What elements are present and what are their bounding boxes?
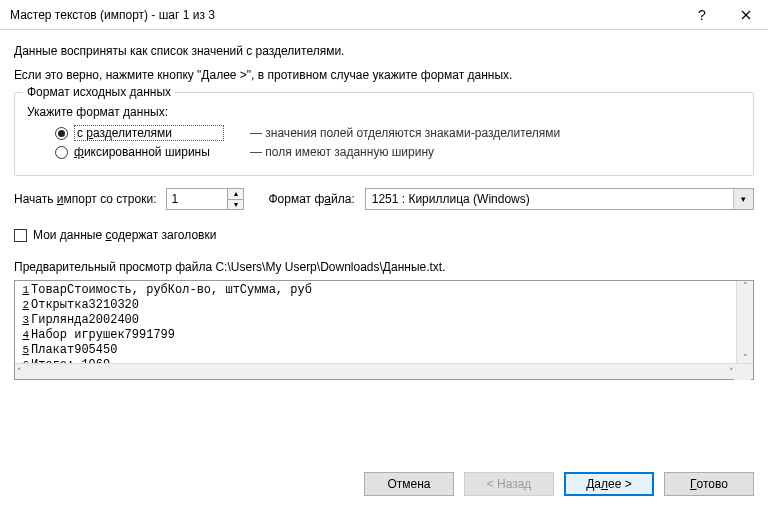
headers-checkbox[interactable] (14, 229, 27, 242)
preview-line-number: 4 (15, 328, 31, 343)
vertical-scrollbar[interactable]: ˄ ˅ (736, 281, 753, 363)
import-options-row: Начать импорт со строки: ▲ ▼ Формат файл… (14, 188, 754, 210)
radio-delimited[interactable] (55, 127, 68, 140)
headers-checkbox-label: Мои данные содержат заголовки (33, 228, 216, 242)
help-button[interactable]: ? (680, 0, 724, 30)
preview-line-text: Набор игрушек7991799 (31, 328, 175, 343)
preview-line-number: 3 (15, 313, 31, 328)
format-subtitle: Укажите формат данных: (27, 105, 741, 119)
radio-fixed-label: фиксированной ширины (74, 145, 224, 159)
preview-line-number: 2 (15, 298, 31, 313)
scrollbar-corner (734, 364, 751, 380)
preview-row: 3Гирлянда2002400 (15, 313, 753, 328)
preview-line-text: Открытка3210320 (31, 298, 139, 313)
close-button[interactable] (724, 0, 768, 30)
preview-row: 5Плакат905450 (15, 343, 753, 358)
radio-delimited-row[interactable]: с разделителями — значения полей отделяю… (55, 125, 741, 141)
next-button[interactable]: Далее > (564, 472, 654, 496)
dialog-content: Данные восприняты как список значений с … (0, 30, 768, 380)
preview-row: 1ТоварСтоимость, рубКол-во, штСумма, руб (15, 283, 753, 298)
file-format-value: 1251 : Кириллица (Windows) (366, 192, 733, 206)
spinner-down[interactable]: ▼ (228, 200, 243, 210)
scroll-left-icon[interactable]: ˂ (17, 367, 22, 377)
preview-line-number: 5 (15, 343, 31, 358)
preview-row: 4Набор игрушек7991799 (15, 328, 753, 343)
preview-line-number: 1 (15, 283, 31, 298)
start-row-spinner[interactable]: ▲ ▼ (166, 188, 244, 210)
preview-line-text: ТоварСтоимость, рубКол-во, штСумма, руб (31, 283, 312, 298)
chevron-down-icon[interactable]: ▾ (733, 189, 753, 209)
file-format-label: Формат файла: (268, 192, 354, 206)
preview-box: 1ТоварСтоимость, рубКол-во, штСумма, руб… (14, 280, 754, 380)
preview-line-text: Плакат905450 (31, 343, 117, 358)
dialog-footer: Отмена < Назад Далее > Готово (0, 463, 768, 505)
intro-text-2: Если это верно, нажмите кнопку "Далее >"… (14, 68, 754, 82)
preview-line-text: Гирлянда2002400 (31, 313, 139, 328)
window-title: Мастер текстов (импорт) - шаг 1 из 3 (10, 8, 680, 22)
spinner-up[interactable]: ▲ (228, 189, 243, 200)
back-button: < Назад (464, 472, 554, 496)
finish-button[interactable]: Готово (664, 472, 754, 496)
preview-row: 2Открытка3210320 (15, 298, 753, 313)
fieldset-legend: Формат исходных данных (23, 85, 175, 99)
start-row-input[interactable] (167, 189, 227, 209)
cancel-button[interactable]: Отмена (364, 472, 454, 496)
radio-fixed-row[interactable]: фиксированной ширины — поля имеют заданн… (55, 145, 741, 159)
horizontal-scrollbar[interactable]: ˂ ˃ (15, 363, 753, 379)
radio-fixed[interactable] (55, 146, 68, 159)
titlebar: Мастер текстов (импорт) - шаг 1 из 3 ? (0, 0, 768, 30)
file-format-select[interactable]: 1251 : Кириллица (Windows) ▾ (365, 188, 754, 210)
scroll-up-icon[interactable]: ˄ (743, 281, 748, 291)
radio-delimited-label: с разделителями (74, 125, 224, 141)
preview-content: 1ТоварСтоимость, рубКол-во, штСумма, руб… (15, 281, 753, 363)
scroll-down-icon[interactable]: ˅ (743, 353, 748, 363)
start-row-label: Начать импорт со строки: (14, 192, 156, 206)
close-icon (741, 10, 751, 20)
source-format-fieldset: Формат исходных данных Укажите формат да… (14, 92, 754, 176)
intro-text-1: Данные восприняты как список значений с … (14, 44, 754, 58)
radio-fixed-desc: — поля имеют заданную ширину (250, 145, 434, 159)
radio-delimited-desc: — значения полей отделяются знаками-разд… (250, 126, 560, 140)
headers-checkbox-row[interactable]: Мои данные содержат заголовки (14, 228, 754, 242)
preview-label: Предварительный просмотр файла C:\Users\… (14, 260, 754, 274)
